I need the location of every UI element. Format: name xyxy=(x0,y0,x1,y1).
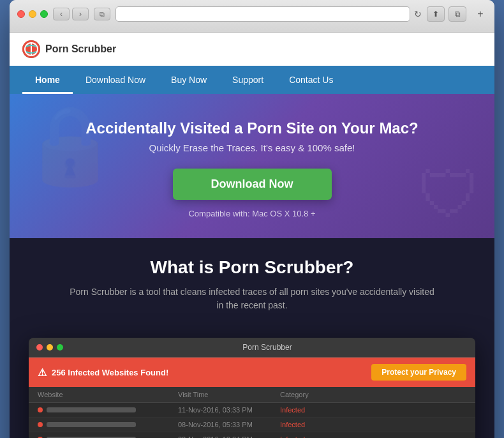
alert-text: ⚠ 256 Infected Websites Found! xyxy=(38,366,168,379)
app-close-button[interactable] xyxy=(36,344,43,351)
minimize-button[interactable] xyxy=(29,10,36,18)
app-maximize-button[interactable] xyxy=(57,344,63,351)
col-header-category: Category xyxy=(280,391,466,398)
browser-chrome: ‹ › ⧉ ↻ ⬆ ⧉ + xyxy=(10,0,494,33)
app-minimize-button[interactable] xyxy=(47,344,53,351)
what-is-description: Porn Scrubber is a tool that cleans infe… xyxy=(67,285,437,312)
share-button[interactable]: ⬆ xyxy=(427,6,445,22)
app-screenshot-wrapper: RISCO Porn Scrubber ⚠ 256 Infected Websi… xyxy=(10,338,494,438)
close-button[interactable] xyxy=(17,10,25,18)
compatible-text: Compatible with: Mac OS X 10.8 + xyxy=(188,209,315,218)
tab-overview-button[interactable]: ⧉ xyxy=(94,8,110,20)
alert-message: 256 Infected Websites Found! xyxy=(52,368,168,377)
visit-time-3: 02-Nov-2016, 10:24 PM xyxy=(178,435,280,438)
what-is-title: What is Porn Scrubber? xyxy=(22,257,482,278)
logo-text: Porn Scrubber xyxy=(45,43,116,55)
table-row: 11-Nov-2016, 03:33 PM Infected xyxy=(29,403,475,418)
site-navigation: Home Download Now Buy Now Support Contac… xyxy=(10,66,494,94)
refresh-button[interactable]: ↻ xyxy=(414,9,422,19)
row-status-1: Infected xyxy=(280,406,466,414)
hero-bg-decoration-right: 🛡 xyxy=(418,158,482,232)
nav-menu: Home Download Now Buy Now Support Contac… xyxy=(22,66,482,94)
website-content: Porn Scrubber Home Download Now Buy Now … xyxy=(10,33,494,438)
table-body: 11-Nov-2016, 03:33 PM Infected 08-Nov-20… xyxy=(29,403,475,438)
browser-actions: ⬆ ⧉ xyxy=(427,6,466,22)
row-status-2: Infected xyxy=(280,421,466,428)
col-header-website: Website xyxy=(38,391,178,398)
table-header: Website Visit Time Category xyxy=(29,387,475,403)
nav-item-download[interactable]: Download Now xyxy=(73,66,158,94)
browser-nav-buttons: ‹ › xyxy=(53,8,89,20)
app-window: Porn Scrubber ⚠ 256 Infected Websites Fo… xyxy=(29,338,475,438)
table-row: 08-Nov-2016, 05:33 PM Infected xyxy=(29,418,475,432)
app-title: Porn Scrubber xyxy=(67,343,468,352)
protect-privacy-button[interactable]: Protect your Privacy xyxy=(371,364,466,381)
hero-download-button[interactable]: Download Now xyxy=(173,169,332,200)
address-bar[interactable] xyxy=(115,6,410,22)
maximize-button[interactable] xyxy=(40,10,48,18)
forward-button[interactable]: › xyxy=(72,8,89,20)
visit-time-2: 08-Nov-2016, 05:33 PM xyxy=(178,421,280,428)
table-row: 02-Nov-2016, 10:24 PM Infected xyxy=(29,432,475,438)
nav-item-home[interactable]: Home xyxy=(22,66,73,94)
visit-time-1: 11-Nov-2016, 03:33 PM xyxy=(178,406,280,414)
new-tab-button[interactable]: + xyxy=(474,8,487,20)
site-header: Porn Scrubber xyxy=(10,33,494,66)
browser-window: ‹ › ⧉ ↻ ⬆ ⧉ + xyxy=(10,0,494,438)
app-titlebar: Porn Scrubber xyxy=(29,338,475,358)
nav-item-support[interactable]: Support xyxy=(219,66,276,94)
back-button[interactable]: ‹ xyxy=(53,8,70,20)
tabs-button[interactable]: ⧉ xyxy=(448,6,466,22)
site-logo: Porn Scrubber xyxy=(22,40,116,58)
hero-bg-decoration-left: 🔒 xyxy=(22,100,118,190)
nav-item-contact[interactable]: Contact Us xyxy=(276,66,346,94)
nav-item-buynow[interactable]: Buy Now xyxy=(158,66,219,94)
alert-icon: ⚠ xyxy=(38,366,47,379)
row-status-3: Infected xyxy=(280,435,466,438)
hero-section: 🔒 🛡 Accidentally Visited a Porn Site on … xyxy=(10,94,494,238)
traffic-lights xyxy=(17,10,48,18)
logo-icon xyxy=(22,40,40,58)
app-alert-bar: ⚠ 256 Infected Websites Found! Protect y… xyxy=(29,358,475,387)
what-is-section: What is Porn Scrubber? Porn Scrubber is … xyxy=(10,238,494,338)
col-header-visittime: Visit Time xyxy=(178,391,280,398)
